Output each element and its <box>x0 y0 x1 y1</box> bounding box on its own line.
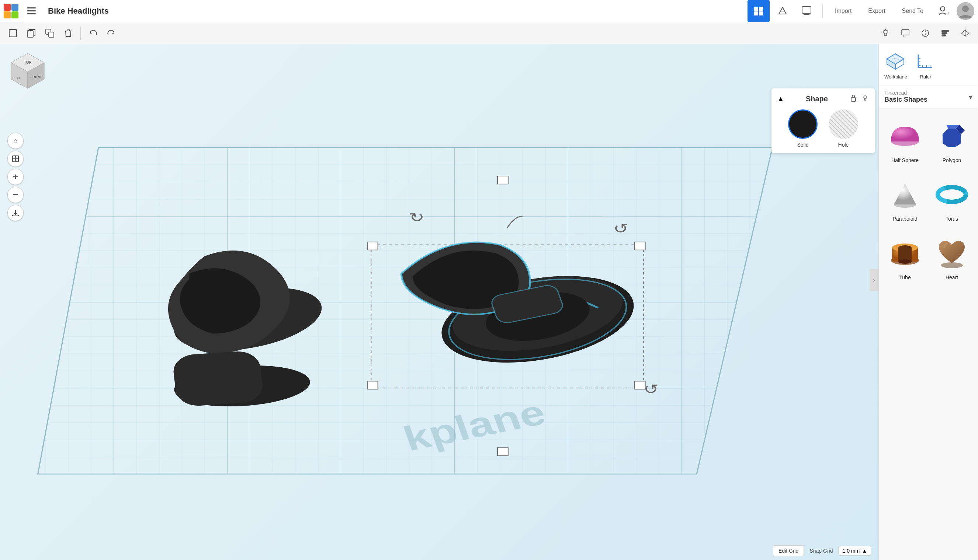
shape-light-button[interactable] <box>861 94 869 104</box>
svg-rect-2 <box>27 13 36 14</box>
svg-point-91 <box>941 262 963 268</box>
svg-rect-4 <box>759 7 763 11</box>
svg-rect-28 <box>942 35 946 36</box>
solid-option[interactable]: Solid <box>788 109 818 148</box>
svg-rect-16 <box>48 32 54 37</box>
project-title[interactable]: Bike Headlights <box>40 6 116 16</box>
comment-button[interactable] <box>896 24 914 42</box>
align-button[interactable] <box>936 24 955 42</box>
heart-shape[interactable]: Heart <box>930 229 974 286</box>
workplane-grid: kplane <box>0 44 878 560</box>
workplane-icon <box>885 50 907 72</box>
svg-rect-0 <box>27 7 36 8</box>
gallery-view-button[interactable] <box>796 0 818 22</box>
topbar-divider <box>823 4 823 18</box>
send-to-button[interactable]: Send To <box>894 4 931 18</box>
ruler-icon <box>914 50 937 72</box>
svg-rect-14 <box>27 31 33 37</box>
svg-text:↺: ↺ <box>613 221 629 236</box>
project-list-button[interactable] <box>22 0 40 22</box>
svg-rect-38 <box>367 242 378 250</box>
torus-shape[interactable]: Torus <box>930 171 974 227</box>
fit-view-button[interactable] <box>7 151 23 167</box>
select-button[interactable] <box>4 24 22 42</box>
svg-rect-39 <box>635 242 645 250</box>
export-button[interactable]: Export <box>861 4 893 18</box>
svg-rect-27 <box>942 32 947 34</box>
delete-button[interactable] <box>59 24 77 42</box>
grid-view-button[interactable] <box>747 0 770 22</box>
zoom-out-button[interactable]: − <box>7 187 23 203</box>
tube-label: Tube <box>899 275 911 280</box>
topbar: Bike Headlights Import Export S <box>0 0 978 22</box>
snap-grid-selector[interactable]: 1.0 mm ▲ <box>838 546 871 556</box>
paraboloid-shape[interactable]: Paraboloid <box>883 171 928 227</box>
svg-rect-40 <box>367 381 378 389</box>
heart-label: Heart <box>946 275 958 280</box>
download-view-button[interactable] <box>7 205 23 221</box>
shapes-dropdown-button[interactable]: ▾ <box>969 92 973 101</box>
view-cube[interactable]: TOP LEFT FRONT <box>7 52 48 92</box>
svg-text:FRONT: FRONT <box>31 75 42 79</box>
svg-text:TOP: TOP <box>24 60 32 65</box>
svg-rect-26 <box>942 30 948 32</box>
snap-grid-label: Snap Grid <box>809 548 833 554</box>
ruler-tool[interactable]: Ruler <box>914 50 937 80</box>
half-sphere-label: Half Sphere <box>891 157 919 163</box>
hole-circle <box>829 109 858 139</box>
light-button[interactable] <box>876 24 894 42</box>
flip-button[interactable] <box>956 24 974 42</box>
copy-button[interactable] <box>22 24 40 42</box>
solid-label: Solid <box>797 142 808 148</box>
hole-option[interactable]: Hole <box>829 109 858 148</box>
zoom-in-button[interactable]: + <box>7 169 23 185</box>
svg-point-63 <box>864 96 867 99</box>
tube-shape[interactable]: Tube <box>883 229 928 286</box>
svg-rect-23 <box>902 30 909 35</box>
user-avatar[interactable] <box>956 2 974 20</box>
tube-preview <box>886 235 923 272</box>
svg-point-84 <box>945 192 958 197</box>
toolbar <box>0 22 978 44</box>
shape-panel: ▲ Shape <box>771 88 875 153</box>
add-user-button[interactable]: + <box>933 0 955 22</box>
main-content: kplane <box>0 44 978 560</box>
tinkercad-logo[interactable] <box>0 0 22 22</box>
shape-lock-button[interactable] <box>849 94 858 104</box>
svg-rect-6 <box>759 12 763 15</box>
edit-grid-button[interactable]: Edit Grid <box>773 545 804 556</box>
shape-panel-collapse[interactable]: ▲ <box>777 95 784 103</box>
shapes-grid: Half Sphere <box>879 108 978 290</box>
workplane-tool[interactable]: Workplane <box>884 50 907 80</box>
sidebar-collapse-button[interactable]: › <box>869 269 878 291</box>
redo-button[interactable] <box>102 24 120 42</box>
svg-text:↺: ↺ <box>644 381 659 397</box>
shapes-category-header: Tinkercad Basic Shapes ▾ <box>879 85 978 108</box>
svg-line-19 <box>888 30 888 31</box>
svg-rect-3 <box>754 7 758 11</box>
svg-rect-13 <box>9 30 17 37</box>
build-view-button[interactable] <box>771 0 794 22</box>
undo-button[interactable] <box>84 24 102 42</box>
half-sphere-shape[interactable]: Half Sphere <box>883 112 928 169</box>
toolbar-right <box>876 24 974 42</box>
svg-point-9 <box>940 7 945 11</box>
svg-rect-42 <box>498 448 508 456</box>
solid-circle <box>788 109 818 139</box>
shapes-category-label: Basic Shapes <box>884 96 928 103</box>
duplicate-button[interactable] <box>40 24 59 42</box>
import-button[interactable]: Import <box>828 4 859 18</box>
viewport[interactable]: kplane <box>0 44 878 560</box>
workplane-label: Workplane <box>884 74 907 80</box>
polygon-shape[interactable]: Polygon <box>930 112 974 169</box>
right-sidebar: Workplane Ruler <box>878 44 978 560</box>
ruler-label: Ruler <box>920 74 931 80</box>
mirror-button[interactable] <box>916 24 935 42</box>
paraboloid-label: Paraboloid <box>893 216 918 222</box>
torus-preview <box>933 176 970 213</box>
topbar-right: Import Export Send To + <box>747 0 978 22</box>
home-view-button[interactable]: ⌂ <box>7 133 23 149</box>
toolbar-divider-1 <box>80 27 81 40</box>
svg-point-90 <box>898 259 912 264</box>
svg-rect-1 <box>27 10 36 12</box>
